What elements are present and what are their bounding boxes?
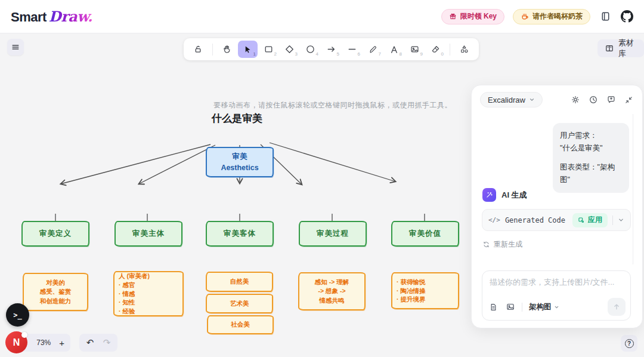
cursor-icon <box>243 45 252 54</box>
toolbar-divider <box>212 44 213 56</box>
node-label-line: · 陶冶情操 <box>397 287 425 296</box>
tool-arrow[interactable]: 5 <box>321 41 341 58</box>
undo-button[interactable]: ↶ <box>83 336 97 350</box>
message-spacer <box>560 155 622 161</box>
node-label-line: · 经验 <box>119 307 135 316</box>
claim-key-button[interactable]: 限时领 Key <box>441 9 504 24</box>
zoom-in-button[interactable]: + <box>59 338 64 347</box>
image-icon <box>410 44 420 54</box>
tool-shortcut: 8 <box>400 51 402 57</box>
node-label-line: 审美客体 <box>224 228 256 239</box>
engine-selector[interactable]: Excalidraw <box>480 92 543 107</box>
tool-lock[interactable] <box>188 41 208 58</box>
apply-icon <box>578 217 585 224</box>
card-divider <box>612 216 613 225</box>
user-avatar[interactable]: N <box>5 331 27 353</box>
zoom-level[interactable]: 73% <box>36 338 51 347</box>
tool-shortcut: 1 <box>253 51 256 57</box>
diagram-node-object[interactable]: 审美客体 <box>206 221 274 247</box>
user-message-line: 用户需求： <box>560 130 622 142</box>
text-icon <box>389 45 399 54</box>
tool-shapes[interactable] <box>454 41 474 58</box>
undo-redo-control: ↶ ↷ <box>79 334 117 352</box>
diagram-node-process[interactable]: 审美过程 <box>299 221 367 247</box>
collapse-panel-button[interactable] <box>624 95 634 105</box>
diagram-node-value-detail[interactable]: · 获得愉悦· 陶冶情操· 提升境界 <box>391 272 459 309</box>
shapes-icon <box>459 44 469 54</box>
diagram-type-selector[interactable]: 架构图 <box>529 302 559 312</box>
tool-shortcut: 2 <box>274 51 277 57</box>
regenerate-button[interactable]: 重新生成 <box>482 239 522 250</box>
prompt-input[interactable] <box>482 271 630 296</box>
library-icon <box>605 44 614 53</box>
tool-hand[interactable] <box>217 41 237 58</box>
app-logo: Smart Draw. <box>11 8 92 25</box>
node-label-line: · 知性 <box>119 298 135 307</box>
tool-rectangle[interactable]: 2 <box>259 41 278 58</box>
ai-magic-wand-icon <box>482 188 496 202</box>
history-button[interactable] <box>588 95 598 105</box>
node-label-line: 情感共鸣 <box>320 296 345 305</box>
node-label-line: 审美主体 <box>132 228 165 239</box>
help-button[interactable]: ? <box>621 335 637 352</box>
engine-label: Excalidraw <box>488 96 525 104</box>
docs-button[interactable] <box>599 10 612 23</box>
diagram-node-root[interactable]: 审美Aesthetics <box>206 147 274 177</box>
expand-code-button[interactable] <box>618 217 624 223</box>
regenerate-label: 重新生成 <box>494 239 522 250</box>
diagram-node-art-beauty[interactable]: 艺术美 <box>206 294 273 313</box>
tool-eraser[interactable]: 0 <box>426 41 445 58</box>
apply-label: 应用 <box>588 215 602 225</box>
tool-image[interactable]: 9 <box>405 41 425 58</box>
library-button[interactable]: 素材库 <box>597 39 644 57</box>
tool-draw[interactable]: 7 <box>363 41 383 58</box>
apply-button[interactable]: 应用 <box>572 213 608 227</box>
unlock-icon <box>193 44 203 54</box>
diagram-node-subject[interactable]: 审美主体 <box>114 221 182 247</box>
node-label-line: · 提升境界 <box>397 295 425 304</box>
node-label-line: · 感官 <box>119 281 135 290</box>
tool-selection[interactable]: 1 <box>238 41 258 58</box>
node-label-line: 审美定义 <box>39 228 72 239</box>
node-label-line: -> 想象 -> <box>318 287 345 296</box>
node-label-line: 审美价值 <box>409 228 441 239</box>
tool-shortcut: 5 <box>337 51 339 57</box>
tool-island: 1 2 3 4 5 6 7 8 9 0 <box>184 38 479 60</box>
diagram-node-social-beauty[interactable]: 社会美 <box>207 315 274 334</box>
tool-text[interactable]: 8 <box>384 41 404 58</box>
user-message-bubble: 用户需求： "什么是审美" 图表类型："架构图" <box>553 123 629 193</box>
main-menu-button[interactable] <box>7 39 24 56</box>
attach-image-button[interactable] <box>505 302 515 312</box>
footer-divider <box>522 303 522 312</box>
tool-shortcut: 7 <box>379 51 381 57</box>
settings-button[interactable] <box>570 95 580 105</box>
tool-ellipse[interactable]: 4 <box>301 41 320 58</box>
generated-code-card[interactable]: </> Generated Code 应用 <box>482 209 631 231</box>
rectangle-icon <box>264 44 274 54</box>
node-label-line: 感受、鉴赏 <box>40 287 72 296</box>
terminal-button[interactable]: >_ <box>6 303 29 327</box>
diagram-node-definition-detail[interactable]: 对美的感受、鉴赏和创造能力 <box>23 273 88 311</box>
line-icon <box>347 44 357 54</box>
panel-scrollbar[interactable] <box>633 114 633 264</box>
github-icon <box>621 10 633 23</box>
diagram-node-process-detail[interactable]: 感知 -> 理解-> 想象 ->情感共鸣 <box>298 272 366 310</box>
diagram-type-label: 架构图 <box>529 302 552 312</box>
diagram-node-value[interactable]: 审美价值 <box>391 221 459 247</box>
feedback-button[interactable] <box>606 95 616 105</box>
github-button[interactable] <box>620 10 633 23</box>
attach-file-button[interactable] <box>488 302 499 312</box>
diagram-node-subject-detail[interactable]: 人 (审美者)· 感官· 情感· 知性· 经验 <box>113 271 184 316</box>
canvas-hint: 要移动画布，请按住鼠标滚轮或空格键同时拖拽鼠标，或使用抓手工具。 <box>213 100 452 110</box>
send-button[interactable] <box>608 298 626 316</box>
eraser-icon <box>431 44 441 54</box>
tool-shortcut: 6 <box>358 51 360 57</box>
tool-diamond[interactable]: 3 <box>280 41 299 58</box>
diagram-node-definition[interactable]: 审美定义 <box>21 221 89 247</box>
tool-line[interactable]: 6 <box>342 41 362 58</box>
tool-shortcut: 3 <box>295 51 298 57</box>
diagram-title[interactable]: 什么是审美 <box>212 112 262 125</box>
donate-button[interactable]: 请作者喝杯奶茶 <box>513 9 590 24</box>
redo-button[interactable]: ↷ <box>100 336 114 350</box>
diagram-node-nature-beauty[interactable]: 自然美 <box>206 272 273 292</box>
